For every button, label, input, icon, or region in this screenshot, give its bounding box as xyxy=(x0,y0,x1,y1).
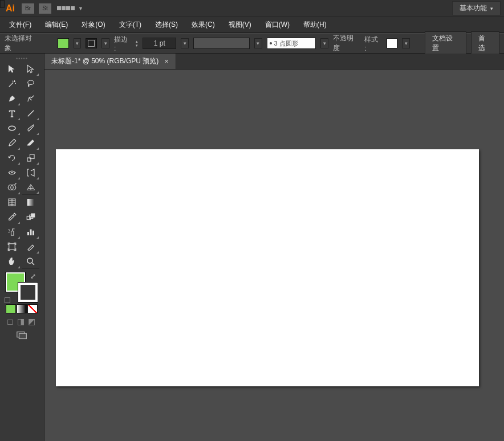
menu-file[interactable]: 文件(F) xyxy=(3,18,37,32)
color-mode-gradient[interactable] xyxy=(17,304,27,313)
pencil-tool[interactable] xyxy=(3,136,21,150)
stock-icon[interactable]: St xyxy=(39,3,51,14)
hand-tool[interactable] xyxy=(3,254,21,269)
preferences-button[interactable]: 首选 xyxy=(471,31,499,55)
main-area: ••••• xyxy=(0,54,504,441)
perspective-tool[interactable] xyxy=(22,180,39,195)
eraser-tool[interactable] xyxy=(22,136,39,150)
brush-definition[interactable]: 3 点圆形 xyxy=(267,38,316,49)
chevron-down-icon[interactable]: ▼ xyxy=(78,6,83,11)
panel-collapse-tab[interactable] xyxy=(0,0,5,8)
magic-wand-tool[interactable] xyxy=(3,76,21,91)
zoom-tool[interactable] xyxy=(22,254,39,269)
brush-definition-label: 3 点圆形 xyxy=(274,39,298,48)
svg-point-0 xyxy=(27,80,34,85)
menu-type[interactable]: 文字(T) xyxy=(113,18,147,32)
stroke-swatch[interactable] xyxy=(18,283,38,302)
free-transform-tool[interactable] xyxy=(22,165,39,180)
arrange-documents-icon[interactable] xyxy=(57,6,75,10)
document-tab-title: 未标题-1* @ 50% (RGB/GPU 预览) xyxy=(51,56,158,66)
document-area: 未标题-1* @ 50% (RGB/GPU 预览) × xyxy=(44,54,504,441)
svg-rect-12 xyxy=(11,231,14,236)
canvas[interactable] xyxy=(44,70,504,441)
default-fill-stroke-icon[interactable] xyxy=(5,297,10,303)
ellipse-tool[interactable] xyxy=(3,121,21,136)
lasso-tool[interactable] xyxy=(22,76,39,91)
workspace-switcher[interactable]: 基本功能 ▾ xyxy=(452,1,501,15)
line-tool[interactable] xyxy=(22,106,39,121)
color-mode-none[interactable] xyxy=(27,304,38,313)
svg-rect-8 xyxy=(27,199,34,206)
curvature-tool[interactable] xyxy=(22,91,39,106)
menu-edit[interactable]: 编辑(E) xyxy=(39,18,74,32)
stroke-weight-dropdown[interactable]: ▾ xyxy=(181,38,189,48)
brush-dropdown[interactable]: ▾ xyxy=(320,38,328,48)
color-mode-solid[interactable] xyxy=(6,304,16,313)
app-logo-icon: Ai xyxy=(3,3,17,14)
pen-tool[interactable] xyxy=(3,91,21,106)
shape-builder-tool[interactable] xyxy=(3,180,21,195)
svg-rect-19 xyxy=(19,333,26,338)
variable-width-dropdown[interactable]: ▾ xyxy=(254,38,262,48)
chevron-down-icon: ▾ xyxy=(490,6,493,11)
width-tool[interactable] xyxy=(3,165,21,180)
symbol-sprayer-tool[interactable] xyxy=(3,224,21,239)
menu-view[interactable]: 视图(V) xyxy=(223,18,257,32)
eyedropper-tool[interactable] xyxy=(3,210,21,224)
style-dropdown[interactable]: ▾ xyxy=(402,38,410,48)
mesh-tool[interactable] xyxy=(3,195,21,210)
svg-point-1 xyxy=(9,126,15,130)
fill-stroke-control: ⤢ xyxy=(3,271,40,303)
stroke-weight-input[interactable]: 1 pt xyxy=(143,38,176,49)
svg-point-17 xyxy=(27,258,32,263)
menu-effect[interactable]: 效果(C) xyxy=(186,18,221,32)
svg-rect-14 xyxy=(30,230,31,236)
draw-inside-icon[interactable]: ◩ xyxy=(28,317,35,326)
svg-rect-15 xyxy=(32,231,34,235)
menu-window[interactable]: 窗口(W) xyxy=(259,18,295,32)
document-setup-button[interactable]: 文档设置 xyxy=(425,31,466,55)
menu-object[interactable]: 对象(O) xyxy=(76,18,111,32)
opacity-label[interactable]: 不透明度 xyxy=(333,34,360,53)
direct-selection-tool[interactable] xyxy=(22,62,39,76)
draw-behind-icon[interactable]: ◨ xyxy=(17,317,25,326)
workspace-label: 基本功能 xyxy=(460,3,487,13)
document-tabs: 未标题-1* @ 50% (RGB/GPU 预览) × xyxy=(44,54,504,70)
selection-status: 未选择对象 xyxy=(5,34,38,53)
draw-normal-icon[interactable]: ◻ xyxy=(7,317,14,326)
application-bar: Ai Br St ▼ 基本功能 ▾ xyxy=(0,0,504,17)
bridge-icon[interactable]: Br xyxy=(22,3,34,14)
paintbrush-tool[interactable] xyxy=(22,121,39,136)
variable-width-profile[interactable] xyxy=(193,38,250,49)
blend-tool[interactable] xyxy=(22,210,39,224)
svg-rect-11 xyxy=(31,214,34,217)
stroke-color-swatch[interactable] xyxy=(86,38,97,48)
svg-rect-2 xyxy=(27,158,31,161)
column-graph-tool[interactable] xyxy=(22,224,39,239)
stroke-dropdown[interactable]: ▾ xyxy=(101,38,109,48)
svg-rect-9 xyxy=(27,217,30,220)
screen-mode-button[interactable] xyxy=(3,330,40,340)
gradient-tool[interactable] xyxy=(22,195,39,210)
artboard[interactable] xyxy=(56,149,479,386)
panel-grip-icon[interactable]: ••••• xyxy=(3,56,40,62)
control-bar: 未选择对象 ▾ ▾ 描边 : ▴ ▾ 1 pt ▾ ▾ 3 点圆形 ▾ 不透明度… xyxy=(0,33,504,54)
selection-tool[interactable] xyxy=(3,62,21,76)
svg-rect-16 xyxy=(9,244,15,250)
artboard-tool[interactable] xyxy=(3,239,21,254)
menu-help[interactable]: 帮助(H) xyxy=(298,18,332,32)
close-icon[interactable]: × xyxy=(164,57,169,66)
scale-tool[interactable] xyxy=(22,150,39,165)
fill-dropdown[interactable]: ▾ xyxy=(74,38,82,48)
swap-fill-stroke-icon[interactable]: ⤢ xyxy=(30,272,36,280)
graphic-style-swatch[interactable] xyxy=(387,38,398,48)
document-tab[interactable]: 未标题-1* @ 50% (RGB/GPU 预览) × xyxy=(44,54,176,69)
color-mode-row xyxy=(3,304,40,313)
rotate-tool[interactable] xyxy=(3,150,21,165)
stroke-weight-label: 描边 : xyxy=(114,35,131,52)
fill-color-swatch[interactable] xyxy=(58,38,69,48)
menu-select[interactable]: 选择(S) xyxy=(149,18,184,32)
slice-tool[interactable] xyxy=(22,239,39,254)
type-tool[interactable] xyxy=(3,106,21,121)
drawing-mode-row: ◻ ◨ ◩ xyxy=(3,317,40,326)
